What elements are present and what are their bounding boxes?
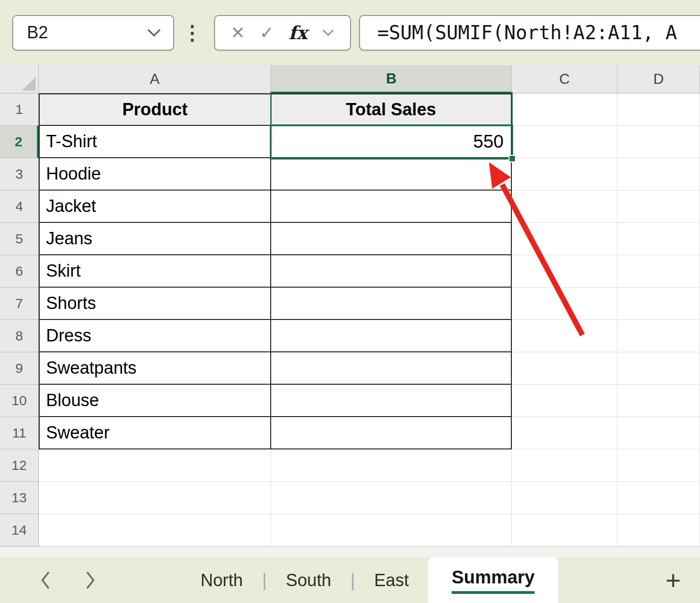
horizontal-scrollbar[interactable]: [0, 546, 700, 557]
row-header-1[interactable]: 1: [0, 93, 39, 126]
column-header-D[interactable]: D: [618, 65, 700, 93]
sheet-tab-south[interactable]: South: [267, 557, 350, 603]
cell-A1[interactable]: Product: [39, 93, 271, 126]
cell-B9[interactable]: [271, 352, 512, 385]
cell-D6[interactable]: [618, 255, 700, 288]
cell-D3[interactable]: [618, 158, 700, 191]
cell-C7[interactable]: [512, 288, 618, 320]
cell-A11[interactable]: Sweater: [39, 417, 271, 449]
cell-A5[interactable]: Jeans: [39, 223, 271, 255]
grid-row-5: 5Jeans: [0, 223, 700, 255]
cell-C2[interactable]: [512, 126, 618, 158]
tab-label: South: [286, 571, 331, 590]
cell-A6[interactable]: Skirt: [39, 255, 271, 288]
row-header-9[interactable]: 9: [0, 352, 39, 385]
cell-A12[interactable]: [39, 449, 271, 482]
cell-D5[interactable]: [618, 223, 700, 255]
cell-A4[interactable]: Jacket: [39, 191, 271, 223]
grid-row-9: 9Sweatpants: [0, 352, 700, 385]
cell-C1[interactable]: [512, 93, 618, 126]
cell-B10[interactable]: [271, 385, 512, 417]
cell-C6[interactable]: [512, 255, 618, 288]
row-header-6[interactable]: 6: [0, 255, 39, 288]
cell-C12[interactable]: [512, 449, 618, 482]
cell-B4[interactable]: [271, 191, 512, 223]
cell-D13[interactable]: [618, 482, 700, 514]
name-box-dropdown-icon[interactable]: [147, 28, 161, 37]
formula-bar-expand-icon[interactable]: [322, 29, 335, 37]
cell-C14[interactable]: [512, 514, 618, 546]
sheet-tab-summary[interactable]: Summary: [428, 557, 558, 603]
cell-D4[interactable]: [618, 191, 700, 223]
fill-handle[interactable]: [509, 155, 516, 162]
cell-D12[interactable]: [618, 449, 700, 482]
cancel-icon[interactable]: ✕: [231, 24, 245, 41]
cell-C10[interactable]: [512, 385, 618, 417]
cell-D2[interactable]: [618, 126, 700, 158]
cell-B2[interactable]: 550: [271, 126, 512, 158]
select-all-corner[interactable]: [0, 65, 39, 93]
cell-A10[interactable]: Blouse: [39, 385, 271, 417]
sheet-tab-north[interactable]: North: [181, 557, 262, 603]
grid-row-11: 11Sweater: [0, 417, 700, 449]
formula-input[interactable]: =SUM(SUMIF(North!A2:A11, A: [359, 15, 700, 51]
row-header-4[interactable]: 4: [0, 191, 39, 223]
cell-B3[interactable]: [271, 158, 512, 191]
tab-separator: |: [350, 570, 355, 591]
row-header-7[interactable]: 7: [0, 288, 39, 320]
cell-D8[interactable]: [618, 320, 700, 352]
column-header-C[interactable]: C: [512, 65, 618, 93]
cell-C8[interactable]: [512, 320, 618, 352]
cell-D10[interactable]: [618, 385, 700, 417]
row-header-5[interactable]: 5: [0, 223, 39, 255]
cell-B13[interactable]: [271, 482, 512, 514]
column-header-A[interactable]: A: [39, 65, 271, 93]
cell-B5[interactable]: [271, 223, 512, 255]
cell-C13[interactable]: [512, 482, 618, 514]
add-sheet-button[interactable]: +: [665, 567, 681, 593]
name-box[interactable]: B2: [12, 15, 174, 51]
formula-bar-row: B2 ⋮ ✕ ✓ fx =SUM(SUMIF(North!A2:A11, A: [0, 0, 700, 65]
cell-A3[interactable]: Hoodie: [39, 158, 271, 191]
row-header-8[interactable]: 8: [0, 320, 39, 352]
cell-D1[interactable]: [618, 93, 700, 126]
row-header-3[interactable]: 3: [0, 158, 39, 191]
column-header-row: ABCD: [0, 65, 700, 93]
cell-A7[interactable]: Shorts: [39, 288, 271, 320]
insert-function-icon[interactable]: fx: [288, 22, 307, 43]
cell-A2[interactable]: T-Shirt: [39, 126, 271, 158]
row-header-2[interactable]: 2: [0, 126, 39, 158]
sheet-tab-east[interactable]: East: [355, 557, 428, 603]
cell-C5[interactable]: [512, 223, 618, 255]
row-header-11[interactable]: 11: [0, 417, 39, 449]
cell-B1[interactable]: Total Sales: [271, 93, 512, 126]
cell-C9[interactable]: [512, 352, 618, 385]
cell-D14[interactable]: [618, 514, 700, 546]
column-header-B[interactable]: B: [271, 65, 512, 93]
cell-A8[interactable]: Dress: [39, 320, 271, 352]
more-options-icon[interactable]: ⋮: [182, 23, 202, 43]
row-header-12[interactable]: 12: [0, 449, 39, 482]
cell-B12[interactable]: [271, 449, 512, 482]
cell-B8[interactable]: [271, 320, 512, 352]
scroll-tabs-left-icon[interactable]: [32, 564, 59, 596]
cell-A13[interactable]: [39, 482, 271, 514]
cell-B11[interactable]: [271, 417, 512, 449]
cell-D9[interactable]: [618, 352, 700, 385]
enter-icon[interactable]: ✓: [260, 24, 274, 41]
cell-D7[interactable]: [618, 288, 700, 320]
cell-B14[interactable]: [271, 514, 512, 546]
cell-D11[interactable]: [618, 417, 700, 449]
row-header-14[interactable]: 14: [0, 514, 39, 546]
cell-A14[interactable]: [39, 514, 271, 546]
cell-A9[interactable]: Sweatpants: [39, 352, 271, 385]
scroll-tabs-right-icon[interactable]: [77, 564, 104, 596]
cell-C4[interactable]: [512, 191, 618, 223]
cell-B6[interactable]: [271, 255, 512, 288]
row-header-13[interactable]: 13: [0, 482, 39, 514]
row-header-10[interactable]: 10: [0, 385, 39, 417]
cell-C3[interactable]: [512, 158, 618, 191]
cell-B7[interactable]: [271, 288, 512, 320]
cell-C11[interactable]: [512, 417, 618, 449]
grid-row-1: 1ProductTotal Sales: [0, 93, 700, 126]
